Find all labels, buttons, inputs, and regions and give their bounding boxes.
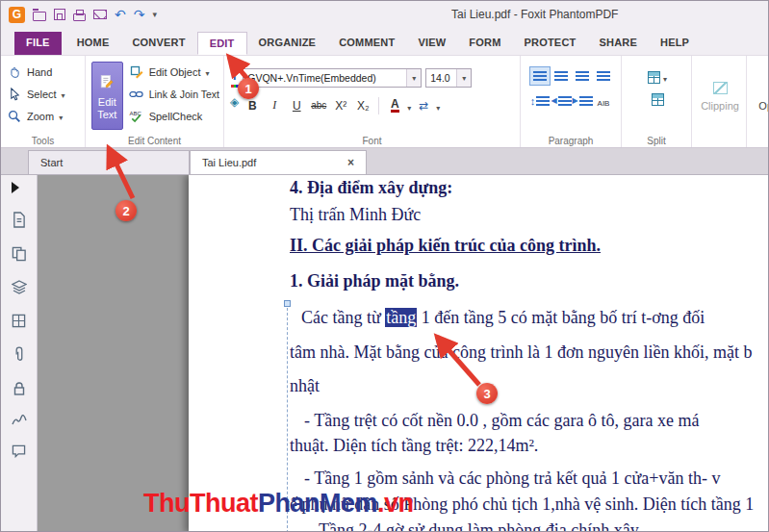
spellcheck-button[interactable]: ABC SpellCheck [129, 105, 219, 127]
underline-button[interactable]: U [287, 96, 306, 114]
font-color-button[interactable]: A [385, 96, 404, 114]
tab-view[interactable]: VIEW [406, 32, 457, 55]
doc-line[interactable]: Thị trấn Minh Đức [290, 205, 421, 226]
document-tab-bar: Start Tai Lieu.pdf [1, 148, 768, 175]
paragraph-spacing-button[interactable] [593, 91, 614, 111]
char-spacing-button[interactable]: ⇄ [414, 96, 433, 114]
tab-tai-lieu[interactable]: Tai Lieu.pdf [190, 150, 367, 174]
undo-icon[interactable]: ↶ [115, 8, 126, 21]
align-left-button[interactable] [529, 66, 551, 86]
font-size-combobox[interactable]: 14.0 [425, 68, 472, 88]
select-tool-button[interactable]: Select [7, 83, 81, 105]
bold-button[interactable]: B [243, 96, 262, 114]
tab-file[interactable]: FILE [14, 32, 62, 55]
doc-line[interactable]: nhật [290, 376, 320, 397]
main-area: 4. Địa điểm xây dựng: Thị trấn Minh Đức … [1, 175, 768, 532]
doc-heading-mat-bang[interactable]: 1. Giải pháp mặt bằng. [290, 271, 459, 292]
tab-tai-lieu-label: Tai Lieu.pdf [202, 157, 256, 168]
expand-panel-icon[interactable] [12, 182, 19, 193]
tab-convert[interactable]: CONVERT [120, 32, 196, 55]
align-right-button[interactable] [572, 66, 593, 86]
open-file-icon[interactable] [33, 12, 46, 21]
text-box-handle[interactable] [284, 300, 291, 307]
comments-panel-icon[interactable] [12, 444, 26, 458]
link-join-text-button[interactable]: Link & Join Text [129, 83, 219, 105]
opacity-button[interactable]: Opacity [753, 63, 769, 130]
strikethrough-button[interactable]: abc [309, 96, 328, 114]
thumbnails-panel-icon[interactable] [12, 314, 26, 328]
tab-start[interactable]: Start [28, 150, 190, 174]
document-canvas[interactable]: 4. Địa điểm xây dựng: Thị trấn Minh Đức … [38, 175, 768, 532]
close-icon[interactable] [334, 157, 354, 168]
clipping-label: Clipping [701, 100, 739, 112]
doc-line[interactable]: - Tầng 1 gồm sảnh và các phòng trả kết q… [304, 469, 720, 490]
subscript-button[interactable]: X₂ [353, 96, 372, 114]
chevron-down-icon[interactable] [663, 68, 667, 86]
chevron-down-icon[interactable] [407, 97, 411, 114]
group-label-edit-content: Edit Content [86, 136, 223, 146]
doc-line[interactable]: thuật. Diện tích tầng trệt: 222,14m². [290, 436, 538, 457]
group-split: Split [622, 56, 692, 147]
edit-object-button[interactable]: Edit Object [129, 61, 219, 83]
signature-panel-icon[interactable] [12, 415, 27, 426]
layers-panel-icon[interactable] [12, 280, 27, 295]
font-name-combobox[interactable]: GVQN+.VnTime(Embedded) [243, 68, 422, 88]
tab-form[interactable]: FORM [457, 32, 512, 55]
chevron-down-icon[interactable] [406, 69, 421, 87]
selected-word[interactable]: tầng [385, 308, 417, 327]
italic-button[interactable]: I [265, 96, 284, 114]
pdf-page[interactable]: 4. Địa điểm xây dựng: Thị trấn Minh Đức … [189, 175, 768, 532]
email-icon[interactable] [93, 10, 107, 19]
zoom-tool-button[interactable]: Zoom [7, 105, 81, 127]
doc-heading-dia-diem[interactable]: 4. Địa điểm xây dựng: [290, 178, 452, 199]
tab-protect[interactable]: PROTECT [513, 32, 588, 55]
increase-indent-button[interactable]: ▶ [572, 91, 593, 111]
pages-panel-icon[interactable] [12, 246, 27, 262]
tab-organize[interactable]: ORGANIZE [247, 32, 328, 55]
doc-line[interactable]: - Tầng trệt có cốt nền 0.0 , gồm các gar… [304, 411, 700, 432]
doc-paragraph[interactable]: Các tầng từ tầng 1 đến tầng 5 có mặt bằn… [301, 308, 705, 329]
foxit-logo-icon[interactable]: G [9, 7, 25, 23]
font-name-value: GVQN+.VnTime(Embedded) [247, 72, 376, 84]
line-spacing-button[interactable]: ↕ [529, 91, 551, 111]
doc-line[interactable]: tâm nhà. Mặt bằng của công trình là 1 đơ… [290, 342, 752, 364]
select-tool-label: Select [27, 89, 57, 100]
attachments-panel-icon[interactable] [13, 346, 25, 363]
decrease-indent-button[interactable]: ◀ [551, 91, 572, 111]
tab-edit[interactable]: EDIT [197, 32, 247, 55]
bookmarks-panel-icon[interactable] [12, 212, 26, 228]
chevron-down-icon[interactable] [456, 69, 471, 87]
redo-icon[interactable]: ↷ [134, 8, 145, 21]
hand-tool-button[interactable]: Hand [7, 61, 81, 83]
style-picker-icon[interactable]: ◈ [230, 96, 239, 108]
clipping-button[interactable]: Clipping [698, 63, 742, 130]
group-opacity: Opacity [747, 56, 769, 147]
tab-share[interactable]: SHARE [587, 32, 649, 55]
security-panel-icon[interactable] [13, 381, 26, 396]
chevron-down-icon[interactable] [62, 89, 65, 100]
align-justify-button[interactable] [593, 66, 614, 86]
superscript-button[interactable]: X² [331, 96, 350, 114]
tab-comment[interactable]: COMMENT [327, 32, 406, 55]
print-icon[interactable] [73, 13, 86, 21]
chevron-down-icon[interactable] [59, 111, 63, 122]
align-right-icon [576, 71, 589, 82]
paragraph-spacing-icon [598, 92, 610, 110]
align-center-button[interactable] [551, 66, 572, 86]
chevron-down-icon[interactable] [436, 97, 440, 114]
customize-toolbar-caret-icon[interactable]: ▾ [152, 10, 157, 19]
tab-help[interactable]: HELP [649, 32, 701, 55]
spellcheck-icon: ABC [129, 110, 144, 123]
chevron-down-icon[interactable] [205, 66, 209, 78]
text-color-palette-icon[interactable]: T [231, 66, 239, 88]
merge-text-icon[interactable] [652, 93, 664, 106]
doc-heading-giai-phap[interactable]: II. Các giải pháp kiến trúc của công trì… [290, 236, 601, 257]
edit-text-button[interactable]: Edit Text [91, 62, 123, 130]
edit-text-label: Edit Text [92, 96, 122, 119]
increase-indent-icon: ▶ [572, 97, 577, 105]
doc-line[interactable]: Tầng 2-4 gờ sử dụng làm phòng địa chính … [319, 520, 639, 532]
opacity-label: Opacity [758, 100, 769, 112]
save-icon[interactable] [54, 9, 65, 20]
tab-home[interactable]: HOME [65, 32, 121, 55]
split-text-icon[interactable] [648, 71, 660, 84]
